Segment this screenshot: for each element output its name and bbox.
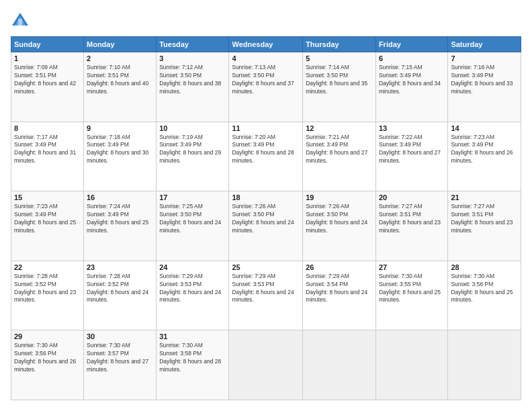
day-cell: 12 Sunrise: 7:21 AM Sunset: 3:49 PM Dayl…	[303, 122, 376, 191]
day-cell	[229, 330, 303, 400]
day-cell: 29 Sunrise: 7:30 AM Sunset: 3:56 PM Dayl…	[11, 330, 84, 400]
logo	[11, 11, 31, 30]
day-detail: Sunrise: 7:30 AM Sunset: 3:58 PM Dayligh…	[159, 342, 226, 374]
day-number: 25	[232, 263, 300, 271]
day-detail: Sunrise: 7:19 AM Sunset: 3:49 PM Dayligh…	[159, 134, 226, 166]
day-number: 22	[14, 263, 81, 271]
day-detail: Sunrise: 7:26 AM Sunset: 3:50 PM Dayligh…	[306, 203, 373, 235]
day-number: 24	[159, 263, 226, 271]
logo-icon	[11, 11, 30, 30]
col-header-tuesday: Tuesday	[157, 37, 229, 52]
day-cell: 5 Sunrise: 7:14 AM Sunset: 3:50 PM Dayli…	[303, 52, 376, 122]
day-detail: Sunrise: 7:23 AM Sunset: 3:49 PM Dayligh…	[14, 203, 81, 235]
col-header-sunday: Sunday	[11, 37, 84, 52]
day-number: 1	[14, 54, 81, 62]
day-number: 13	[379, 124, 445, 132]
week-row-1: 1 Sunrise: 7:09 AM Sunset: 3:51 PM Dayli…	[11, 52, 521, 122]
day-cell: 28 Sunrise: 7:30 AM Sunset: 3:56 PM Dayl…	[448, 261, 521, 330]
page: SundayMondayTuesdayWednesdayThursdayFrid…	[0, 0, 532, 411]
day-number: 30	[87, 332, 153, 340]
day-cell: 18 Sunrise: 7:26 AM Sunset: 3:50 PM Dayl…	[229, 191, 303, 261]
day-detail: Sunrise: 7:16 AM Sunset: 3:49 PM Dayligh…	[451, 64, 518, 96]
day-detail: Sunrise: 7:26 AM Sunset: 3:50 PM Dayligh…	[232, 203, 300, 235]
calendar-table: SundayMondayTuesdayWednesdayThursdayFrid…	[11, 36, 521, 400]
day-number: 31	[159, 332, 226, 340]
day-detail: Sunrise: 7:15 AM Sunset: 3:49 PM Dayligh…	[379, 64, 445, 96]
day-detail: Sunrise: 7:10 AM Sunset: 3:51 PM Dayligh…	[87, 64, 153, 96]
day-cell: 7 Sunrise: 7:16 AM Sunset: 3:49 PM Dayli…	[448, 52, 521, 122]
day-number: 27	[379, 263, 445, 271]
day-cell: 15 Sunrise: 7:23 AM Sunset: 3:49 PM Dayl…	[11, 191, 84, 261]
day-cell: 19 Sunrise: 7:26 AM Sunset: 3:50 PM Dayl…	[303, 191, 376, 261]
day-cell: 11 Sunrise: 7:20 AM Sunset: 3:49 PM Dayl…	[229, 122, 303, 191]
day-cell: 8 Sunrise: 7:17 AM Sunset: 3:49 PM Dayli…	[11, 122, 84, 191]
day-detail: Sunrise: 7:30 AM Sunset: 3:57 PM Dayligh…	[87, 342, 153, 374]
day-cell: 17 Sunrise: 7:25 AM Sunset: 3:50 PM Dayl…	[157, 191, 229, 261]
day-detail: Sunrise: 7:12 AM Sunset: 3:50 PM Dayligh…	[159, 64, 226, 96]
calendar-body: 1 Sunrise: 7:09 AM Sunset: 3:51 PM Dayli…	[11, 52, 521, 400]
day-cell: 31 Sunrise: 7:30 AM Sunset: 3:58 PM Dayl…	[157, 330, 229, 400]
day-cell: 1 Sunrise: 7:09 AM Sunset: 3:51 PM Dayli…	[11, 52, 84, 122]
col-header-thursday: Thursday	[303, 37, 376, 52]
day-cell: 9 Sunrise: 7:18 AM Sunset: 3:49 PM Dayli…	[84, 122, 157, 191]
day-number: 3	[159, 54, 226, 62]
day-cell: 25 Sunrise: 7:29 AM Sunset: 3:53 PM Dayl…	[229, 261, 303, 330]
col-header-monday: Monday	[84, 37, 157, 52]
day-number: 11	[232, 124, 300, 132]
day-detail: Sunrise: 7:28 AM Sunset: 3:52 PM Dayligh…	[87, 273, 153, 305]
day-detail: Sunrise: 7:09 AM Sunset: 3:51 PM Dayligh…	[14, 64, 81, 96]
day-number: 14	[451, 124, 518, 132]
day-cell	[375, 330, 447, 400]
day-detail: Sunrise: 7:17 AM Sunset: 3:49 PM Dayligh…	[14, 134, 81, 166]
svg-rect-2	[18, 19, 22, 26]
col-header-saturday: Saturday	[448, 37, 521, 52]
day-cell: 26 Sunrise: 7:29 AM Sunset: 3:54 PM Dayl…	[303, 261, 376, 330]
day-number: 21	[451, 193, 518, 201]
day-number: 5	[306, 54, 373, 62]
day-detail: Sunrise: 7:18 AM Sunset: 3:49 PM Dayligh…	[87, 134, 153, 166]
day-detail: Sunrise: 7:29 AM Sunset: 3:53 PM Dayligh…	[159, 273, 226, 305]
day-number: 19	[306, 193, 373, 201]
day-number: 28	[451, 263, 518, 271]
day-number: 15	[14, 193, 81, 201]
day-detail: Sunrise: 7:14 AM Sunset: 3:50 PM Dayligh…	[306, 64, 373, 96]
day-number: 6	[379, 54, 445, 62]
day-detail: Sunrise: 7:24 AM Sunset: 3:49 PM Dayligh…	[87, 203, 153, 235]
day-number: 23	[87, 263, 153, 271]
day-detail: Sunrise: 7:29 AM Sunset: 3:54 PM Dayligh…	[306, 273, 373, 305]
day-cell	[448, 330, 521, 400]
day-cell: 23 Sunrise: 7:28 AM Sunset: 3:52 PM Dayl…	[84, 261, 157, 330]
week-row-5: 29 Sunrise: 7:30 AM Sunset: 3:56 PM Dayl…	[11, 330, 521, 400]
day-number: 17	[159, 193, 226, 201]
day-cell: 16 Sunrise: 7:24 AM Sunset: 3:49 PM Dayl…	[84, 191, 157, 261]
week-row-2: 8 Sunrise: 7:17 AM Sunset: 3:49 PM Dayli…	[11, 122, 521, 191]
day-cell: 27 Sunrise: 7:30 AM Sunset: 3:55 PM Dayl…	[375, 261, 447, 330]
day-cell: 22 Sunrise: 7:28 AM Sunset: 3:52 PM Dayl…	[11, 261, 84, 330]
day-detail: Sunrise: 7:21 AM Sunset: 3:49 PM Dayligh…	[306, 134, 373, 166]
day-detail: Sunrise: 7:29 AM Sunset: 3:53 PM Dayligh…	[232, 273, 300, 305]
day-detail: Sunrise: 7:30 AM Sunset: 3:56 PM Dayligh…	[451, 273, 518, 305]
calendar-header: SundayMondayTuesdayWednesdayThursdayFrid…	[11, 37, 521, 52]
day-cell: 14 Sunrise: 7:23 AM Sunset: 3:49 PM Dayl…	[448, 122, 521, 191]
day-number: 7	[451, 54, 518, 62]
day-number: 29	[14, 332, 81, 340]
day-detail: Sunrise: 7:27 AM Sunset: 3:51 PM Dayligh…	[379, 203, 445, 235]
week-row-3: 15 Sunrise: 7:23 AM Sunset: 3:49 PM Dayl…	[11, 191, 521, 261]
day-number: 4	[232, 54, 300, 62]
day-cell: 6 Sunrise: 7:15 AM Sunset: 3:49 PM Dayli…	[375, 52, 447, 122]
day-cell: 3 Sunrise: 7:12 AM Sunset: 3:50 PM Dayli…	[157, 52, 229, 122]
week-row-4: 22 Sunrise: 7:28 AM Sunset: 3:52 PM Dayl…	[11, 261, 521, 330]
day-number: 10	[159, 124, 226, 132]
day-detail: Sunrise: 7:13 AM Sunset: 3:50 PM Dayligh…	[232, 64, 300, 96]
day-cell: 13 Sunrise: 7:22 AM Sunset: 3:49 PM Dayl…	[375, 122, 447, 191]
day-detail: Sunrise: 7:20 AM Sunset: 3:49 PM Dayligh…	[232, 134, 300, 166]
day-detail: Sunrise: 7:25 AM Sunset: 3:50 PM Dayligh…	[159, 203, 226, 235]
day-cell: 10 Sunrise: 7:19 AM Sunset: 3:49 PM Dayl…	[157, 122, 229, 191]
day-cell: 4 Sunrise: 7:13 AM Sunset: 3:50 PM Dayli…	[229, 52, 303, 122]
day-number: 2	[87, 54, 153, 62]
day-cell: 20 Sunrise: 7:27 AM Sunset: 3:51 PM Dayl…	[375, 191, 447, 261]
day-number: 8	[14, 124, 81, 132]
day-cell: 30 Sunrise: 7:30 AM Sunset: 3:57 PM Dayl…	[84, 330, 157, 400]
day-cell	[303, 330, 376, 400]
day-number: 26	[306, 263, 373, 271]
